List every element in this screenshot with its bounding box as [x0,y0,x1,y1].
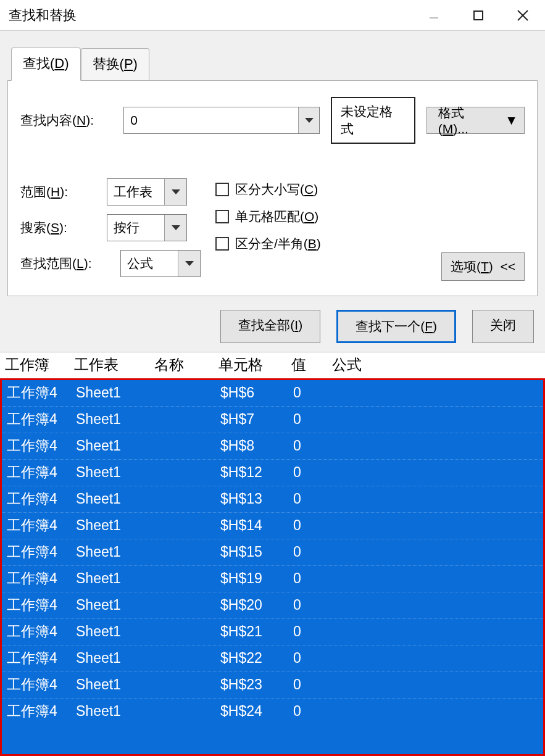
format-button[interactable]: 格式(M)... ▼ [426,107,525,134]
result-cell-value: 0 [293,411,334,428]
result-row[interactable]: 工作簿4Sheet1$H$60 [2,380,543,407]
find-all-button[interactable]: 查找全部(I) [220,310,320,343]
result-cell-value: 0 [293,597,334,613]
result-cell-book: 工作簿4 [7,410,76,429]
result-cell-sheet: Sheet1 [76,491,156,507]
result-cell-sheet: Sheet1 [76,597,156,613]
result-cell-cell: $H$22 [220,650,293,667]
result-cell-cell: $H$19 [220,570,293,587]
tab-find[interactable]: 查找(D) [11,48,81,81]
find-content-input[interactable] [124,107,298,133]
lookin-select[interactable]: 公式 [120,250,201,277]
find-next-button[interactable]: 查找下一个(F) [336,310,456,343]
result-row[interactable]: 工作簿4Sheet1$H$70 [2,407,543,433]
result-cell-cell: $H$13 [220,491,293,507]
results-area: 工作簿 工作表 名称 单元格 值 公式 工作簿4Sheet1$H$60工作簿4S… [0,352,545,756]
search-select[interactable]: 按行 [107,214,187,241]
result-cell-sheet: Sheet1 [76,623,156,640]
result-cell-sheet: Sheet1 [76,650,156,667]
tab-strip: 查找(D) 替换(P) [11,47,538,80]
result-cell-value: 0 [293,623,334,640]
chevron-down-icon [185,261,194,266]
result-cell-sheet: Sheet1 [76,464,156,481]
col-header-sheet[interactable]: 工作表 [74,355,154,375]
tab-replace[interactable]: 替换(P) [81,48,149,81]
result-cell-book: 工作簿4 [7,436,76,455]
result-row[interactable]: 工作簿4Sheet1$H$140 [2,513,543,539]
close-button[interactable] [501,0,545,30]
result-cell-cell: $H$20 [220,597,293,613]
col-header-value[interactable]: 值 [291,355,332,375]
result-cell-value: 0 [293,491,334,507]
search-label: 搜索(S): [20,219,99,236]
scope-select[interactable]: 工作表 [107,178,187,206]
scope-dropdown-button[interactable] [164,179,186,205]
find-content-label: 查找内容(N): [20,112,112,129]
chevron-down-icon [172,189,180,194]
result-cell-cell: $H$7 [220,411,293,428]
lookin-label: 查找范围(L): [20,255,113,272]
chk-match-width-label: 区分全/半角(B) [235,235,321,252]
results-header: 工作簿 工作表 名称 单元格 值 公式 [0,352,545,380]
result-cell-cell: $H$23 [220,676,293,693]
result-row[interactable]: 工作簿4Sheet1$H$120 [2,460,543,486]
result-row[interactable]: 工作簿4Sheet1$H$240 [2,699,543,725]
col-header-cell[interactable]: 单元格 [218,355,291,375]
search-row: 搜索(S): 按行 [20,214,201,241]
result-cell-sheet: Sheet1 [76,411,156,428]
lookin-dropdown-button[interactable] [178,251,200,276]
minimize-icon [428,9,440,22]
find-content-dropdown-button[interactable] [298,107,319,133]
result-row[interactable]: 工作簿4Sheet1$H$220 [2,646,543,672]
result-row[interactable]: 工作簿4Sheet1$H$210 [2,619,543,646]
result-cell-value: 0 [293,570,334,587]
col-header-book[interactable]: 工作簿 [5,355,74,375]
result-cell-book: 工作簿4 [7,383,76,402]
col-header-formula[interactable]: 公式 [332,355,540,375]
minimize-button[interactable] [412,0,456,30]
result-cell-book: 工作簿4 [7,542,76,562]
find-all-label: 查找全部(I) [238,318,302,332]
col-header-name[interactable]: 名称 [154,355,218,375]
chk-match-case[interactable]: 区分大小写(C) [215,181,321,198]
result-row[interactable]: 工作簿4Sheet1$H$200 [2,592,543,619]
chk-match-cell[interactable]: 单元格匹配(O) [215,208,321,225]
no-format-indicator: 未设定格式 [331,97,415,144]
tab-replace-label: 替换(P) [93,56,138,72]
result-cell-cell: $H$6 [220,384,293,401]
result-cell-book: 工作簿4 [7,516,76,535]
result-cell-value: 0 [293,517,334,534]
tab-body: 查找内容(N): 未设定格式 格式(M)... ▼ 范围(H): [7,80,538,296]
result-row[interactable]: 工作簿4Sheet1$H$230 [2,672,543,699]
chk-match-cell-label: 单元格匹配(O) [235,208,318,225]
result-cell-book: 工作簿4 [7,569,76,588]
find-content-row: 查找内容(N): 未设定格式 格式(M)... ▼ [20,97,525,144]
dialog-panel: 查找(D) 替换(P) 查找内容(N): 未设定格式 格式(M)... ▼ [0,31,545,352]
titlebar: 查找和替换 [0,0,545,31]
find-content-combo[interactable] [123,107,320,134]
results-body[interactable]: 工作簿4Sheet1$H$60工作簿4Sheet1$H$70工作簿4Sheet1… [0,380,545,756]
result-cell-value: 0 [293,464,334,481]
scope-label: 范围(H): [20,183,99,201]
tab-find-label: 查找(D) [23,56,69,71]
search-dropdown-button[interactable] [164,215,186,241]
maximize-button[interactable] [456,0,501,30]
chevron-down-icon [172,225,180,230]
lookin-value: 公式 [121,251,178,276]
maximize-icon [472,9,485,22]
result-row[interactable]: 工作簿4Sheet1$H$130 [2,486,543,513]
close-dialog-button[interactable]: 关闭 [472,310,534,343]
result-cell-book: 工作簿4 [7,649,76,668]
result-cell-cell: $H$15 [220,544,293,560]
result-row[interactable]: 工作簿4Sheet1$H$80 [2,433,543,460]
result-cell-book: 工作簿4 [7,702,76,721]
result-row[interactable]: 工作簿4Sheet1$H$150 [2,539,543,566]
result-cell-sheet: Sheet1 [76,438,156,454]
options-toggle-button[interactable]: 选项(T) << [441,252,525,281]
chk-match-width[interactable]: 区分全/半角(B) [215,235,321,252]
result-cell-book: 工作簿4 [7,675,76,694]
chevron-down-icon [305,118,314,123]
scope-row: 范围(H): 工作表 [20,178,201,206]
result-cell-value: 0 [293,650,334,667]
result-row[interactable]: 工作簿4Sheet1$H$190 [2,566,543,592]
